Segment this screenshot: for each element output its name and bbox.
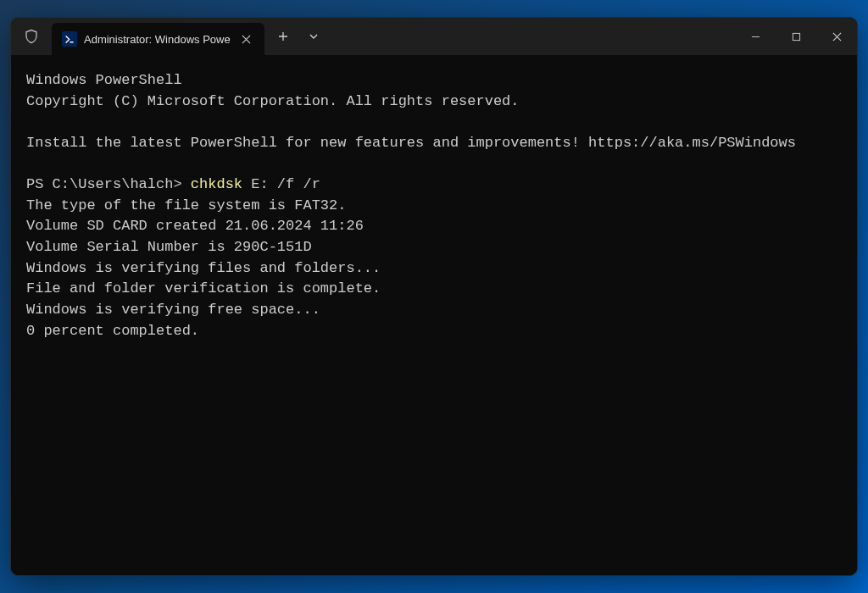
- terminal-content[interactable]: Windows PowerShell Copyright (C) Microso…: [11, 55, 857, 575]
- new-tab-button[interactable]: [268, 21, 298, 52]
- terminal-window: Administrator: Windows Powe: [10, 17, 858, 576]
- tab-title: Administrator: Windows Powe: [84, 33, 231, 46]
- terminal-line: Volume Serial Number is 290C-151D: [26, 239, 312, 255]
- command-args: E: /f /r: [242, 176, 320, 192]
- chevron-down-icon: [309, 31, 319, 42]
- terminal-line: Windows is verifying free space...: [26, 302, 320, 318]
- shield-icon-column: [11, 18, 52, 55]
- terminal-line: The type of the file system is FAT32.: [26, 197, 346, 213]
- terminal-line: File and folder verification is complete…: [26, 280, 381, 296]
- command-name: chkdsk: [191, 176, 242, 192]
- svg-rect-0: [793, 33, 799, 40]
- minimize-button[interactable]: [735, 18, 776, 55]
- terminal-line: Volume SD CARD created 21.06.2024 11:26: [26, 218, 364, 234]
- close-button[interactable]: [816, 18, 857, 55]
- titlebar: Administrator: Windows Powe: [11, 18, 857, 55]
- terminal-line: Windows is verifying files and folders..…: [26, 260, 381, 276]
- terminal-line: Install the latest PowerShell for new fe…: [26, 135, 796, 151]
- shield-icon: [24, 29, 39, 44]
- terminal-line: 0 percent completed.: [26, 323, 199, 339]
- tab-close-button[interactable]: [237, 30, 256, 48]
- tab-actions: [264, 18, 329, 55]
- window-controls: [735, 18, 857, 55]
- powershell-icon: [62, 31, 77, 47]
- prompt-text: PS C:\Users\halch>: [26, 176, 191, 192]
- tab-active[interactable]: Administrator: Windows Powe: [52, 23, 264, 55]
- maximize-button[interactable]: [776, 18, 816, 55]
- titlebar-drag-area[interactable]: [329, 18, 735, 55]
- terminal-line: Copyright (C) Microsoft Corporation. All…: [26, 93, 520, 109]
- prompt-line: PS C:\Users\halch> chkdsk E: /f /r: [26, 176, 320, 192]
- tab-dropdown-button[interactable]: [298, 21, 329, 52]
- terminal-line: Windows PowerShell: [26, 72, 182, 88]
